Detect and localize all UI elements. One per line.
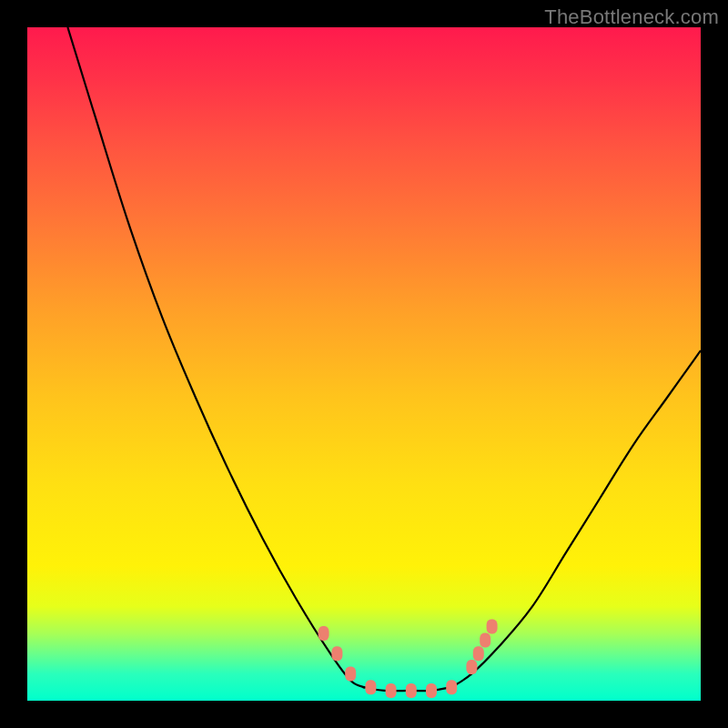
plot-area xyxy=(27,27,701,701)
watermark-label: TheBottleneck.com xyxy=(544,5,719,29)
